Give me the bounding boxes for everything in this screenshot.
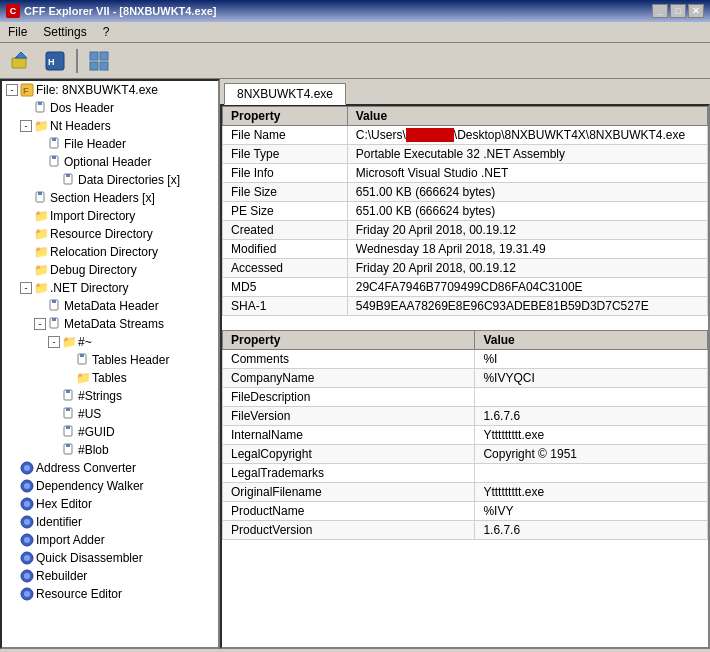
version-info-row: ProductName%IVY bbox=[223, 502, 708, 521]
file-info-value: Portable Executable 32 .NET Assembly bbox=[347, 145, 707, 164]
tree-node-tables[interactable]: 📁Tables bbox=[2, 369, 218, 387]
menu-help[interactable]: ? bbox=[99, 24, 114, 40]
svg-rect-17 bbox=[66, 174, 70, 177]
tree-icon-hashpound: 📁 bbox=[62, 335, 76, 349]
version-info-property: LegalTrademarks bbox=[223, 464, 475, 483]
tree-icon-relocationdir: 📁 bbox=[34, 245, 48, 259]
expand-icon-netdir[interactable]: - bbox=[20, 282, 32, 294]
tree-icon-metadataheader bbox=[48, 299, 62, 313]
version-info-table: Property Value Comments%ICompanyName%IVY… bbox=[222, 330, 708, 540]
menu-file[interactable]: File bbox=[4, 24, 31, 40]
tree-node-metadataheader[interactable]: MetaData Header bbox=[2, 297, 218, 315]
tree-icon-datadirs bbox=[62, 173, 76, 187]
expand-icon-root[interactable]: - bbox=[6, 84, 18, 96]
file-info-row: MD529C4FA7946B7709499CD86FA04C3100E bbox=[223, 278, 708, 297]
tree-icon-quickdisasm bbox=[20, 551, 34, 565]
tree-label-sectionheaders: Section Headers [x] bbox=[50, 191, 155, 205]
svg-rect-21 bbox=[52, 300, 56, 303]
tree-node-hashpound[interactable]: -📁#~ bbox=[2, 333, 218, 351]
tree-node-datadirs[interactable]: Data Directories [x] bbox=[2, 171, 218, 189]
tree-icon-tablesheader bbox=[76, 353, 90, 367]
tree-label-debugdir: Debug Directory bbox=[50, 263, 137, 277]
tree-label-tables: Tables bbox=[92, 371, 127, 385]
tree-node-us[interactable]: #US bbox=[2, 405, 218, 423]
tree-node-dosheader[interactable]: Dos Header bbox=[2, 99, 218, 117]
svg-point-39 bbox=[24, 501, 30, 507]
tree-node-identifier[interactable]: Identifier bbox=[2, 513, 218, 531]
tree-node-debugdir[interactable]: 📁Debug Directory bbox=[2, 261, 218, 279]
tree-node-netdir[interactable]: -📁.NET Directory bbox=[2, 279, 218, 297]
tree-panel[interactable]: -FFile: 8NXBUWKT4.exeDos Header-📁Nt Head… bbox=[0, 79, 220, 649]
maximize-button[interactable]: □ bbox=[670, 4, 686, 18]
tree-node-addressconverter[interactable]: Address Converter bbox=[2, 459, 218, 477]
svg-rect-0 bbox=[12, 58, 26, 68]
tree-node-hexeditor[interactable]: Hex Editor bbox=[2, 495, 218, 513]
file-info-value: Wednesday 18 April 2018, 19.31.49 bbox=[347, 240, 707, 259]
toolbar-hex-button[interactable]: H bbox=[40, 47, 70, 75]
col-value-2: Value bbox=[475, 331, 708, 350]
tree-node-importdir[interactable]: 📁Import Directory bbox=[2, 207, 218, 225]
svg-rect-5 bbox=[100, 52, 108, 60]
version-info-row: OriginalFilenameYttttttttt.exe bbox=[223, 483, 708, 502]
tree-label-resourcedir: Resource Directory bbox=[50, 227, 153, 241]
version-info-property: ProductVersion bbox=[223, 521, 475, 540]
file-info-property: File Type bbox=[223, 145, 348, 164]
close-button[interactable]: ✕ bbox=[688, 4, 704, 18]
file-info-property: File Info bbox=[223, 164, 348, 183]
window-controls: _ □ ✕ bbox=[652, 4, 704, 18]
expand-icon-ntheaders[interactable]: - bbox=[20, 120, 32, 132]
tab-main[interactable]: 8NXBUWKT4.exe bbox=[224, 83, 346, 105]
toolbar-window-button[interactable] bbox=[84, 47, 114, 75]
expand-icon-hashpound[interactable]: - bbox=[48, 336, 60, 348]
tree-node-sectionheaders[interactable]: Section Headers [x] bbox=[2, 189, 218, 207]
tree-node-resourceeditor[interactable]: Resource Editor bbox=[2, 585, 218, 603]
svg-rect-31 bbox=[66, 426, 70, 429]
tree-node-importadder[interactable]: Import Adder bbox=[2, 531, 218, 549]
file-info-row: CreatedFriday 20 April 2018, 00.19.12 bbox=[223, 221, 708, 240]
version-info-value bbox=[475, 464, 708, 483]
version-info-value: 1.6.7.6 bbox=[475, 521, 708, 540]
tree-node-metadatastreams[interactable]: -MetaData Streams bbox=[2, 315, 218, 333]
tree-node-strings[interactable]: #Strings bbox=[2, 387, 218, 405]
toolbar-back-button[interactable] bbox=[6, 47, 36, 75]
col-property-2: Property bbox=[223, 331, 475, 350]
tree-node-rebuilder[interactable]: Rebuilder bbox=[2, 567, 218, 585]
tables-container[interactable]: Property Value File NameC:\Users\XXXXXX\… bbox=[220, 104, 710, 649]
file-info-value: Microsoft Visual Studio .NET bbox=[347, 164, 707, 183]
tree-node-dependencywalker[interactable]: Dependency Walker bbox=[2, 477, 218, 495]
menu-settings[interactable]: Settings bbox=[39, 24, 90, 40]
tree-node-blob[interactable]: #Blob bbox=[2, 441, 218, 459]
tree-icon-guid bbox=[62, 425, 76, 439]
file-info-property: Created bbox=[223, 221, 348, 240]
tree-node-relocationdir[interactable]: 📁Relocation Directory bbox=[2, 243, 218, 261]
tree-node-tablesheader[interactable]: Tables Header bbox=[2, 351, 218, 369]
file-info-value: 651.00 KB (666624 bytes) bbox=[347, 202, 707, 221]
version-info-row: LegalTrademarks bbox=[223, 464, 708, 483]
tree-node-ntheaders[interactable]: -📁Nt Headers bbox=[2, 117, 218, 135]
tree-node-resourcedir[interactable]: 📁Resource Directory bbox=[2, 225, 218, 243]
tree-label-resourceeditor: Resource Editor bbox=[36, 587, 122, 601]
version-info-property: LegalCopyright bbox=[223, 445, 475, 464]
tree-icon-fileheader bbox=[48, 137, 62, 151]
file-info-property: SHA-1 bbox=[223, 297, 348, 316]
version-info-value: Yttttttttt.exe bbox=[475, 426, 708, 445]
version-info-row: LegalCopyrightCopyright © 1951 bbox=[223, 445, 708, 464]
tree-node-root[interactable]: -FFile: 8NXBUWKT4.exe bbox=[2, 81, 218, 99]
version-info-value bbox=[475, 388, 708, 407]
tree-icon-importdir: 📁 bbox=[34, 209, 48, 223]
tree-label-hashpound: #~ bbox=[78, 335, 92, 349]
tree-icon-blob bbox=[62, 443, 76, 457]
tree-label-strings: #Strings bbox=[78, 389, 122, 403]
tree-node-quickdisasm[interactable]: Quick Disassembler bbox=[2, 549, 218, 567]
tree-node-guid[interactable]: #GUID bbox=[2, 423, 218, 441]
main-container: -FFile: 8NXBUWKT4.exeDos Header-📁Nt Head… bbox=[0, 79, 710, 649]
tree-icon-strings bbox=[62, 389, 76, 403]
tree-node-optionalheader[interactable]: Optional Header bbox=[2, 153, 218, 171]
tree-label-root: File: 8NXBUWKT4.exe bbox=[36, 83, 158, 97]
tree-label-rebuilder: Rebuilder bbox=[36, 569, 87, 583]
minimize-button[interactable]: _ bbox=[652, 4, 668, 18]
file-info-row: AccessedFriday 20 April 2018, 00.19.12 bbox=[223, 259, 708, 278]
tree-label-guid: #GUID bbox=[78, 425, 115, 439]
tree-node-fileheader[interactable]: File Header bbox=[2, 135, 218, 153]
expand-icon-metadatastreams[interactable]: - bbox=[34, 318, 46, 330]
